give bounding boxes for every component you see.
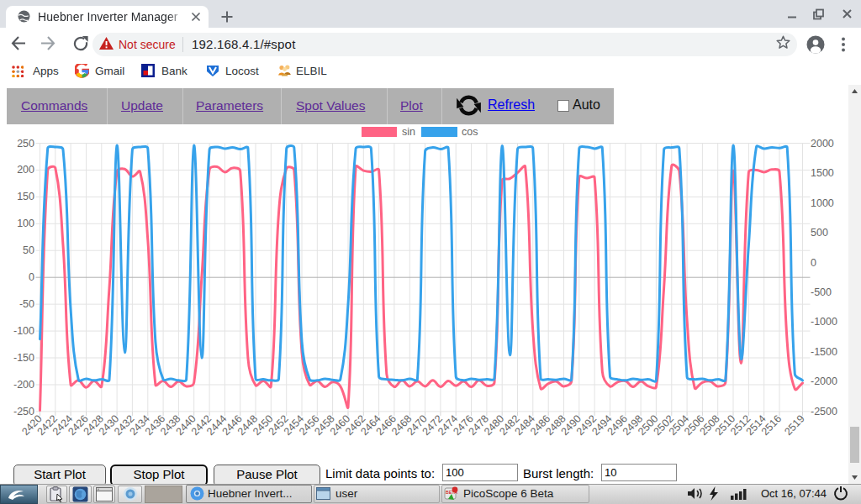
svg-text:-2500: -2500 [811, 406, 837, 417]
svg-text:2519: 2519 [782, 412, 806, 438]
svg-text:1000: 1000 [811, 197, 834, 209]
svg-text:50: 50 [23, 244, 34, 256]
svg-text:200: 200 [17, 164, 34, 176]
svg-text:-1500: -1500 [811, 346, 837, 358]
svg-text:0: 0 [811, 257, 816, 269]
svg-text:250: 250 [17, 138, 34, 150]
svg-text:-2000: -2000 [811, 375, 837, 387]
svg-text:-1000: -1000 [811, 316, 837, 328]
svg-text:1500: 1500 [811, 167, 834, 179]
svg-text:-150: -150 [13, 352, 34, 364]
svg-text:0: 0 [29, 271, 34, 283]
svg-text:2000: 2000 [811, 138, 834, 150]
svg-text:-250: -250 [13, 406, 34, 417]
svg-text:-200: -200 [13, 379, 34, 391]
svg-text:-100: -100 [13, 325, 34, 337]
svg-text:-50: -50 [19, 298, 34, 310]
svg-text:-500: -500 [811, 286, 832, 298]
svg-text:100: 100 [17, 218, 34, 229]
svg-text:500: 500 [811, 227, 828, 239]
svg-text:150: 150 [17, 191, 34, 202]
